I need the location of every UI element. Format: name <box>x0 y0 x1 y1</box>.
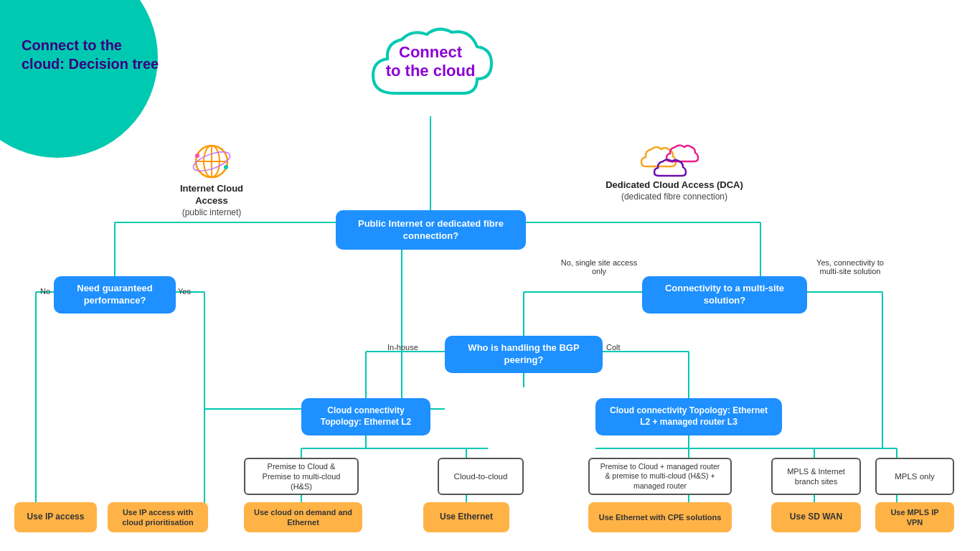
use-ethernet-cpe-result: Use Ethernet with CPE solutions <box>588 502 732 532</box>
premise-managed-box: Premise to Cloud + managed router & prem… <box>588 458 732 495</box>
use-sd-wan-result: Use SD WAN <box>771 502 861 532</box>
cloud-l2-l3-box: Cloud connectivity Topology: Ethernet L2… <box>595 398 782 435</box>
mpls-only-box: MPLS only <box>875 458 954 495</box>
use-ip-cloud-result: Use IP access with cloud prioritisation <box>108 502 208 532</box>
cloud-title: Connect to the cloud <box>352 43 509 81</box>
use-mpls-vpn-result: Use MPLS IP VPN <box>875 502 954 532</box>
dca-clouds-icon <box>639 136 710 179</box>
internet-cloud-label: Internet Cloud Access <box>165 183 258 207</box>
premise-multi-box: Premise to Cloud & Premise to multi-clou… <box>244 458 359 495</box>
mpls-internet-box: MPLS & Internet branch sites <box>771 458 861 495</box>
decorative-circle <box>0 0 158 158</box>
dca-sublabel: (dedicated fibre connection) <box>603 192 746 202</box>
cloud-l2-box: Cloud connectivity Topology: Ethernet L2 <box>301 398 430 435</box>
no-single-site-label: No, single site access only <box>560 258 639 276</box>
no-label-guaranteed: No <box>40 287 50 296</box>
page-title: Connect to the cloud: Decision tree <box>22 36 165 73</box>
cloud-title-line2: to the cloud <box>386 62 476 80</box>
need-guaranteed-question: Need guaranteed performance? <box>54 276 176 314</box>
internet-cloud-sublabel: (public internet) <box>165 207 258 217</box>
multi-site-question: Connectivity to a multi-site solution? <box>642 276 807 314</box>
cloud-icon-area: Connect to the cloud <box>352 22 509 118</box>
use-cloud-demand-result: Use cloud on demand and Ethernet <box>244 502 362 532</box>
title-text: Connect to the cloud: Decision tree <box>22 37 159 72</box>
yes-multi-site-label: Yes, connectivity to multi-site solution <box>811 258 890 276</box>
cloud-to-cloud-box: Cloud-to-cloud <box>438 458 524 495</box>
globe-icon <box>190 140 233 183</box>
colt-label: Colt <box>606 343 621 352</box>
dca-icon-area: Dedicated Cloud Access (DCA) (dedicated … <box>603 136 746 202</box>
dca-label: Dedicated Cloud Access (DCA) <box>603 179 746 192</box>
svg-point-44 <box>195 154 199 158</box>
in-house-label: In-house <box>387 343 418 352</box>
bgp-question: Who is handling the BGP peering? <box>445 336 603 373</box>
use-ethernet-result: Use Ethernet <box>423 502 509 532</box>
internet-cloud-icon-area: Internet Cloud Access (public internet) <box>165 140 258 217</box>
public-internet-question: Public Internet or dedicated fibre conne… <box>336 210 526 250</box>
use-ip-access-result: Use IP access <box>14 502 97 532</box>
svg-point-45 <box>224 165 228 169</box>
yes-label-guaranteed: Yes <box>178 287 191 296</box>
cloud-title-line1: Connect <box>399 43 462 61</box>
